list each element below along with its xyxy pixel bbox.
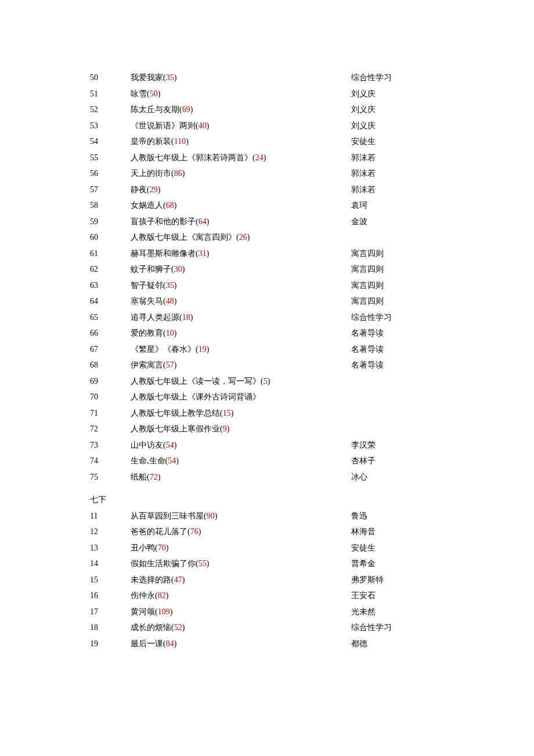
- title-text: 盲孩子和他的影子(: [131, 217, 199, 226]
- lesson-number: 11: [90, 508, 131, 524]
- lesson-count: 40: [199, 121, 207, 130]
- table-row: 70人教版七年级上《课外古诗词背诵》: [90, 389, 444, 405]
- title-suffix: ): [199, 527, 201, 536]
- title-suffix: ): [227, 424, 230, 433]
- title-suffix: ): [166, 591, 169, 600]
- title-text: 爱的教育(: [131, 329, 166, 337]
- lesson-author: 安徒生: [351, 134, 444, 150]
- lesson-count: 30: [174, 265, 182, 273]
- lesson-number: 59: [90, 214, 131, 230]
- title-text: 最后一课(: [131, 639, 166, 648]
- lesson-number: 60: [90, 229, 131, 246]
- lesson-number: 57: [90, 182, 131, 198]
- table-row: 56天上的街市(86)郭沫若: [90, 165, 444, 182]
- table-row: 19最后一课(84)都德: [90, 636, 444, 652]
- lesson-number: 68: [90, 357, 131, 373]
- lesson-count: 24: [255, 153, 264, 162]
- table-row: 17黄河颂(109)光未然: [90, 604, 444, 620]
- lesson-number: 58: [90, 197, 131, 214]
- lesson-author: 刘义庆: [351, 118, 444, 134]
- title-suffix: ): [207, 559, 210, 568]
- title-suffix: ): [158, 185, 161, 194]
- title-suffix: ): [174, 639, 177, 648]
- lesson-count: 31: [199, 249, 207, 258]
- lesson-number: 67: [90, 341, 131, 358]
- lesson-number: 64: [90, 293, 131, 309]
- lesson-title: 人教版七年级上《读一读，写一写》(5): [131, 373, 351, 390]
- lesson-title: 黄河颂(109): [131, 604, 351, 620]
- table-row: 13丑小鸭(70)安徒生: [90, 540, 444, 556]
- title-suffix: ): [190, 313, 193, 322]
- title-text: 人教版七年级上教学总结(: [131, 409, 223, 417]
- lesson-title: 爱的教育(10): [131, 325, 351, 341]
- lesson-number: 65: [90, 309, 131, 326]
- lesson-count: 57: [166, 361, 174, 369]
- title-text: 我爱我家(: [131, 73, 166, 82]
- lesson-count: 15: [223, 409, 231, 417]
- lesson-number: 74: [90, 453, 131, 469]
- lesson-number: 52: [90, 102, 131, 118]
- lesson-title: 未选择的路(47): [131, 572, 351, 588]
- lesson-title: 从百草园到三味书屋(90): [131, 508, 351, 524]
- title-text: 人教版七年级上寒假作业(: [131, 424, 223, 433]
- lesson-count: 10: [166, 329, 174, 337]
- title-text: 陈太丘与友期(: [131, 105, 182, 114]
- lesson-author: 名著导读: [351, 325, 444, 341]
- title-text: 女娲造人(: [131, 201, 166, 210]
- lesson-count: 69: [182, 105, 190, 114]
- title-text: 塞翁失马(: [131, 297, 166, 305]
- lesson-count: 50: [150, 89, 158, 98]
- title-text: 成长的烦恼(: [131, 623, 174, 632]
- lesson-author: 刘义庆: [351, 102, 444, 118]
- title-suffix: ): [207, 121, 210, 130]
- title-text: 生命,生命(: [131, 456, 168, 465]
- lesson-number: 61: [90, 246, 131, 262]
- table-row: 64塞翁失马(48)寓言四则: [90, 293, 444, 309]
- title-text: 人教版七年级上《读一读，写一写》(: [131, 377, 264, 386]
- table-row: 62蚊子和狮子(30)寓言四则: [90, 261, 444, 278]
- lesson-number: 15: [90, 572, 131, 588]
- lesson-author: 安徒生: [351, 540, 444, 556]
- table-row: 67《繁星》《春水》(19)名著导读: [90, 341, 444, 358]
- title-text: 皇帝的新装(: [131, 137, 174, 146]
- lesson-title: 静夜(29): [131, 182, 351, 198]
- lesson-number: 71: [90, 405, 131, 422]
- lesson-title: 《世说新语》两则(40): [131, 118, 351, 134]
- title-suffix: ): [182, 623, 185, 632]
- lesson-number: 73: [90, 437, 131, 453]
- lesson-author: 光未然: [351, 604, 444, 620]
- lesson-count: 70: [158, 543, 166, 552]
- title-suffix: ): [170, 607, 173, 616]
- table-row: 60人教版七年级上《寓言四则》(26): [90, 229, 444, 246]
- lesson-title: 塞翁失马(48): [131, 293, 351, 309]
- title-text: 人教版七年级上《课外古诗词背诵》: [131, 393, 261, 401]
- lesson-author: 名著导读: [351, 341, 444, 358]
- title-text: 《繁星》《春水》(: [131, 345, 199, 354]
- title-text: 赫耳墨斯和雕像者(: [131, 249, 199, 258]
- lesson-title: 人教版七年级上寒假作业(9): [131, 421, 351, 437]
- lesson-title: 纸船(72): [131, 469, 351, 485]
- lesson-author: 金波: [351, 214, 444, 230]
- title-text: 人教版七年级上《郭沫若诗两首》(: [131, 153, 255, 162]
- table-row: 16伤仲永(82)王安石: [90, 588, 444, 604]
- title-text: 人教版七年级上《寓言四则》(: [131, 233, 239, 242]
- title-text: 伤仲永(: [131, 591, 158, 600]
- lesson-title: 伤仲永(82): [131, 588, 351, 604]
- title-text: 追寻人类起源(: [131, 313, 182, 322]
- title-suffix: ): [247, 233, 250, 242]
- lesson-number: 19: [90, 636, 131, 652]
- lesson-count: 54: [166, 441, 174, 449]
- lesson-count: 19: [199, 345, 207, 354]
- lesson-title: 女娲造人(68): [131, 197, 351, 214]
- title-text: 静夜(: [131, 185, 150, 194]
- table-row: 51咏雪(50)刘义庆: [90, 86, 444, 102]
- lesson-count: 35: [166, 281, 174, 290]
- lesson-title: 陈太丘与友期(69): [131, 102, 351, 118]
- lesson-title: 皇帝的新装(110): [131, 134, 351, 150]
- lesson-title: 人教版七年级上《郭沫若诗两首》(24): [131, 150, 351, 166]
- section-header: 七下: [90, 492, 444, 508]
- lesson-count: 35: [166, 73, 174, 82]
- title-suffix: ): [174, 201, 177, 210]
- lesson-number: 75: [90, 469, 131, 485]
- lesson-number: 53: [90, 118, 131, 134]
